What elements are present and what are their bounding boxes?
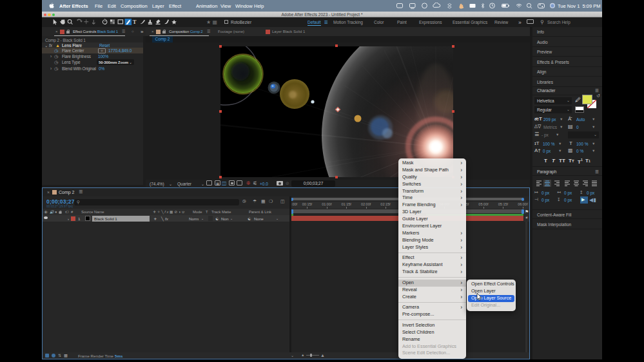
svg-text:T: T bbox=[133, 19, 137, 25]
